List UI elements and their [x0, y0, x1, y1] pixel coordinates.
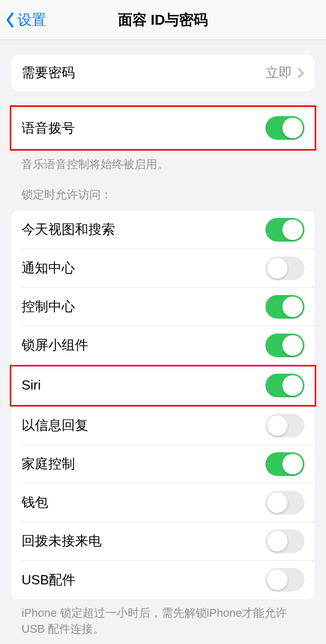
lock-access-label: 控制中心 [22, 298, 75, 316]
voice-dial-highlight: 语音拨号 [10, 105, 316, 151]
lock-access-label: Siri [22, 377, 41, 393]
require-passcode-row[interactable]: 需要密码 立即 [11, 54, 315, 91]
lock-access-row: 锁屏小组件 [22, 326, 315, 365]
lock-access-footer: iPhone 锁定超过一小时后，需先解锁iPhone才能允许USB 配件连接。 [11, 599, 315, 637]
lock-access-label: 回拨未接来电 [22, 532, 102, 550]
toggle-knob [282, 297, 303, 317]
toggle-knob [267, 258, 287, 279]
lock-access-label: 今天视图和搜索 [22, 220, 115, 238]
require-passcode-label: 需要密码 [22, 64, 75, 82]
back-label: 设置 [17, 10, 46, 30]
toggle-knob [267, 531, 287, 551]
lock-access-toggle[interactable] [265, 452, 304, 476]
lock-access-row: USB配件 [22, 561, 315, 599]
toggle-knob [267, 492, 287, 513]
lock-access-row: 通知中心 [22, 249, 315, 288]
lock-access-toggle[interactable] [265, 256, 304, 280]
toggle-knob [282, 118, 303, 138]
lock-access-toggle[interactable] [265, 218, 304, 242]
toggle-knob [267, 569, 287, 590]
voice-dial-section: 语音拨号 [11, 107, 315, 149]
lock-access-label: 以信息回复 [22, 416, 88, 434]
lock-access-row: 控制中心 [22, 288, 315, 326]
toggle-knob [282, 454, 303, 474]
lock-access-row: Siri [22, 366, 315, 405]
voice-dial-row: 语音拨号 [11, 107, 315, 149]
lock-access-row: 家庭控制 [22, 445, 315, 484]
lock-access-label: USB配件 [22, 571, 75, 589]
chevron-right-icon [297, 67, 304, 79]
lock-access-toggle[interactable] [265, 568, 304, 592]
lock-access-label: 通知中心 [22, 259, 75, 277]
lock-access-label: 锁屏小组件 [22, 336, 88, 354]
require-passcode-value-wrap: 立即 [265, 64, 304, 82]
passcode-section: 需要密码 立即 [11, 54, 315, 91]
require-passcode-value: 立即 [265, 64, 292, 82]
lock-access-toggle[interactable] [265, 334, 304, 357]
lock-access-toggle[interactable] [265, 414, 304, 437]
lock-access-row: 钱包 [22, 484, 315, 522]
lock-access-row: 回拨未接来电 [22, 522, 315, 561]
lock-access-label: 家庭控制 [22, 455, 75, 473]
lock-access-section: 今天视图和搜索通知中心控制中心锁屏小组件Siri以信息回复家庭控制钱包回拨未接来… [11, 211, 315, 599]
lock-access-toggle[interactable] [265, 295, 304, 319]
chevron-back-icon [5, 11, 15, 29]
back-button[interactable]: 设置 [0, 10, 46, 30]
toggle-knob [282, 375, 303, 396]
voice-dial-footer: 音乐语音控制将始终被启用。 [11, 151, 315, 173]
toggle-knob [282, 335, 303, 356]
lock-access-toggle[interactable] [265, 491, 304, 514]
lock-access-header: 锁定时允许访问： [11, 173, 315, 207]
lock-access-label: 钱包 [22, 493, 48, 511]
lock-access-toggle[interactable] [265, 529, 304, 553]
toggle-knob [282, 219, 303, 240]
siri-highlight: Siri [10, 365, 316, 407]
navigation-bar: 设置 面容 ID与密码 [0, 0, 326, 40]
lock-access-toggle[interactable] [265, 374, 304, 397]
lock-access-row: 以信息回复 [22, 407, 315, 445]
voice-dial-label: 语音拨号 [22, 119, 75, 137]
lock-access-row: 今天视图和搜索 [22, 211, 315, 249]
voice-dial-toggle[interactable] [265, 116, 304, 140]
page-title: 面容 ID与密码 [118, 10, 208, 30]
toggle-knob [267, 415, 287, 436]
